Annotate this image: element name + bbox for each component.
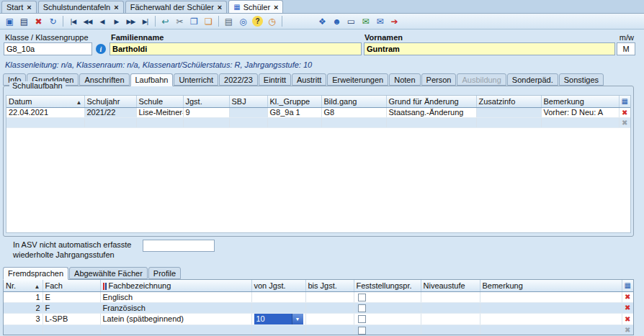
cell-bemerkung[interactable] <box>480 313 622 324</box>
empty-cell[interactable] <box>183 117 229 127</box>
nav-last-icon[interactable]: ▶| <box>138 15 152 28</box>
empty-cell[interactable] <box>321 117 386 127</box>
column-header-bemerkung[interactable]: Bemerkung <box>480 280 622 291</box>
copy-icon[interactable]: ❐ <box>187 15 201 28</box>
print-icon[interactable]: ▤ <box>222 15 236 28</box>
cell-nr[interactable]: 2 <box>4 302 43 313</box>
undo-icon[interactable]: ↩ <box>158 15 172 28</box>
cell-nr[interactable] <box>4 324 43 335</box>
cell-nr[interactable]: 3 <box>4 313 43 324</box>
column-header-schule[interactable]: Schule <box>136 96 183 107</box>
column-header-fachbezeichnung[interactable]: Fachbezeichnung <box>100 280 251 291</box>
cell-bis-jgst[interactable] <box>305 302 354 313</box>
fremdsprache-row[interactable]: 3 L-SPB Latein (spätbeginnend) 10 ▼ ✖ <box>4 313 633 324</box>
cell-bemerkung[interactable] <box>480 324 622 335</box>
tab-sonstiges[interactable]: Sonstiges <box>559 73 604 86</box>
fremdsprache-row[interactable]: 1 E Englisch ✖ <box>4 291 633 302</box>
column-header-kl-gruppe[interactable]: Kl._Gruppe <box>267 96 321 107</box>
cell-von-jgst[interactable] <box>251 291 305 302</box>
delete-row-icon[interactable]: ✖ <box>620 108 631 117</box>
cell-bemerkung[interactable] <box>480 291 622 302</box>
cell-datum[interactable]: 22.04.2021 <box>6 107 84 117</box>
tab-austritt[interactable]: Austritt <box>292 73 326 86</box>
nav-prev-fast-icon[interactable]: ◀◀ <box>81 15 94 28</box>
paste-icon[interactable]: ❏ <box>202 15 215 28</box>
exit-icon[interactable]: ➔ <box>388 15 401 28</box>
column-header-sbj[interactable]: SBJ <box>229 96 267 107</box>
column-header-niveaustufe[interactable]: Niveaustufe <box>421 280 480 291</box>
wiederholte-jahrgangsstufen-input[interactable] <box>143 240 215 252</box>
empty-cell[interactable] <box>84 117 136 127</box>
cell-niveaustufe[interactable] <box>421 302 480 313</box>
feststellungspr-checkbox[interactable] <box>358 294 366 301</box>
column-header-grund[interactable]: Grund für Änderung <box>386 96 476 107</box>
delete-row-icon[interactable]: ✖ <box>622 314 634 324</box>
empty-cell[interactable] <box>6 117 84 127</box>
column-header-feststellungspr[interactable]: Feststellungspr. <box>354 280 421 291</box>
mail-send-icon[interactable]: ✉ <box>373 15 387 28</box>
cell-von-jgst[interactable] <box>251 324 305 335</box>
tab-erweiterungen[interactable]: Erweiterungen <box>327 73 388 86</box>
vornamen-input[interactable] <box>364 42 615 55</box>
cut-icon[interactable]: ✂ <box>173 15 187 28</box>
empty-cell[interactable] <box>267 117 321 127</box>
print-record-icon[interactable]: ▤ <box>17 15 31 28</box>
column-header-datum[interactable]: Datum▲ <box>6 96 84 107</box>
close-icon[interactable]: × <box>114 3 118 12</box>
cell-fach[interactable] <box>43 324 100 335</box>
close-icon[interactable]: × <box>27 3 31 12</box>
empty-cell[interactable] <box>476 117 541 127</box>
column-header-bildgang[interactable]: Bild.gang <box>321 96 386 107</box>
cell-fachbezeichnung[interactable]: Französisch <box>100 302 251 313</box>
tab-schuljahr-2022-23[interactable]: 2022/23 <box>219 73 258 86</box>
chevron-down-icon[interactable]: ▼ <box>292 314 303 324</box>
column-header-zusatzinfo[interactable]: Zusatzinfo <box>476 96 541 107</box>
user-icon[interactable]: ☻ <box>330 15 344 28</box>
cell-bemerkung[interactable] <box>480 302 622 313</box>
fremdsprache-row[interactable]: 2 F Französisch ✖ <box>4 302 633 313</box>
cell-bildgang[interactable]: G8 <box>321 107 386 117</box>
close-icon[interactable]: × <box>274 3 278 12</box>
help-icon[interactable]: ? <box>252 16 263 27</box>
print-preview-icon[interactable]: ◎ <box>236 15 250 28</box>
cell-jgst[interactable]: 9 <box>183 107 229 117</box>
window-tab-schulstundentafeln[interactable]: Schulstundentafeln × <box>38 1 124 13</box>
window-tab-schueler[interactable]: ▦ Schüler × <box>228 0 283 13</box>
modules-icon[interactable]: ❖ <box>316 15 329 28</box>
laufbahn-row-empty[interactable]: ✖ <box>6 117 630 127</box>
cell-bis-jgst[interactable] <box>305 324 354 335</box>
discard-icon[interactable]: ✖ <box>32 15 45 28</box>
tab-person[interactable]: Person <box>421 73 457 86</box>
window-tab-faecherwahl[interactable]: Fächerwahl der Schüler × <box>125 1 228 13</box>
cell-niveaustufe[interactable] <box>421 313 480 324</box>
familienname-input[interactable] <box>109 42 362 55</box>
tab-abgewaehlte-faecher[interactable]: Abgewählte Fächer <box>69 267 148 279</box>
column-header-jgst[interactable]: Jgst. <box>183 96 229 107</box>
save-icon[interactable]: ▣ <box>3 15 17 28</box>
feststellungspr-checkbox[interactable] <box>358 304 366 312</box>
tab-anschriften[interactable]: Anschriften <box>79 73 129 86</box>
cell-kl-gruppe[interactable]: G8_9a 1 <box>267 107 321 117</box>
cell-nr[interactable]: 1 <box>4 291 43 302</box>
cell-fach[interactable]: F <box>43 302 100 313</box>
column-header-bis-jgst[interactable]: bis Jgst. <box>305 280 354 291</box>
klasse-input[interactable] <box>4 42 92 55</box>
feststellungspr-checkbox[interactable] <box>358 315 366 323</box>
cell-fachbezeichnung[interactable]: Englisch <box>100 291 251 302</box>
column-header-fach[interactable]: Fach <box>43 280 100 291</box>
column-header-schuljahr[interactable]: Schuljahr <box>84 96 136 107</box>
cell-bemerkung[interactable]: Vorher: D Neu: A <box>541 107 619 117</box>
nav-next-icon[interactable]: ▶ <box>109 15 123 28</box>
cell-grund[interactable]: Staatsang.-Änderung <box>386 107 476 117</box>
workstation-icon[interactable]: ▭ <box>344 15 358 28</box>
cell-fach[interactable]: E <box>43 291 100 302</box>
empty-cell[interactable] <box>386 117 476 127</box>
column-header-von-jgst[interactable]: von Jgst. <box>251 280 305 291</box>
column-config-icon[interactable]: ▦ <box>620 96 631 107</box>
tab-fremdsprachen[interactable]: Fremdsprachen <box>3 267 68 280</box>
tab-unterricht[interactable]: Unterricht <box>174 73 218 86</box>
cell-niveaustufe[interactable] <box>421 291 480 302</box>
von-jgst-combobox[interactable]: 10 ▼ <box>254 314 303 324</box>
tab-laufbahn[interactable]: Laufbahn <box>130 73 174 86</box>
cell-fachbezeichnung[interactable] <box>100 324 251 335</box>
